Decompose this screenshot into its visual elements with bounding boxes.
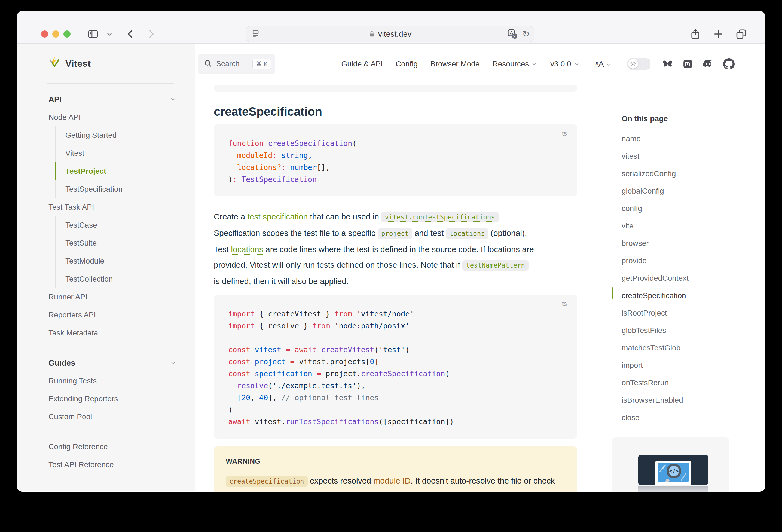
outline-link-globtestfiles[interactable]: globTestFiles (621, 322, 688, 339)
mastodon-icon[interactable] (682, 59, 693, 69)
reload-icon[interactable]: ↻ (522, 30, 530, 38)
translate-icon[interactable]: Ax (507, 29, 518, 39)
outline-link-browser[interactable]: browser (621, 235, 688, 252)
sidebar-item-reporters-api[interactable]: Reporters API (17, 306, 196, 324)
back-icon[interactable] (125, 29, 136, 39)
minimize-button[interactable] (52, 31, 59, 38)
search-shortcut: ⌘ K (252, 59, 271, 69)
site-logo[interactable]: Vitest (17, 43, 196, 83)
nav-resources[interactable]: Resources (493, 60, 538, 68)
outline-link-import[interactable]: import (621, 357, 688, 374)
code-line: ): TestSpecification (228, 173, 566, 185)
outline-link-close[interactable]: close (621, 409, 688, 426)
sidebar-toggle-icon[interactable] (87, 28, 99, 40)
inline-code: locations (446, 228, 489, 239)
sidebar-item-vitest[interactable]: Vitest (55, 144, 196, 162)
outline-list: namevitestserializedConfigglobalConfigco… (621, 130, 688, 426)
nav-config[interactable]: Config (396, 60, 418, 68)
social-links (662, 58, 735, 70)
sidebar-item-running-tests[interactable]: Running Tests (17, 372, 196, 390)
language-menu[interactable]: ẋA (596, 59, 611, 69)
lock-icon (368, 31, 376, 38)
sidebar: Vitest APINode APIGetting StartedVitestT… (17, 43, 196, 491)
github-icon[interactable] (723, 58, 735, 70)
outline-link-serializedconfig[interactable]: serializedConfig (621, 165, 688, 182)
sidebar-item-testspecification[interactable]: TestSpecification (55, 180, 196, 198)
code-lang-badge: ts (562, 300, 567, 308)
sponsor-card[interactable]: </> (612, 437, 729, 492)
zoom-button[interactable] (64, 31, 71, 38)
close-button[interactable] (41, 31, 48, 38)
sidebar-item-testcase[interactable]: TestCase (55, 216, 196, 234)
sidebar-item-testcollection[interactable]: TestCollection (55, 270, 196, 288)
previous-code-block-tail (214, 85, 577, 92)
outline-link-name[interactable]: name (621, 130, 688, 148)
code-line: const specification = project.createSpec… (228, 368, 566, 380)
discord-icon[interactable] (702, 59, 714, 69)
page-title: createSpecification (214, 105, 577, 118)
inline-code: createSpecification (226, 476, 308, 487)
warning-callout: WARNING createSpecification expects reso… (214, 446, 577, 492)
sidebar-item-guides[interactable]: Guides (17, 354, 196, 372)
sidebar-item-label: TestCase (65, 216, 97, 234)
forward-icon[interactable] (146, 29, 156, 39)
sidebar-item-testproject[interactable]: TestProject (55, 162, 196, 180)
outline-link-matchestestglob[interactable]: matchesTestGlob (621, 339, 688, 357)
sidebar-item-getting-started[interactable]: Getting Started (55, 126, 196, 144)
sidebar-item-label: Test API Reference (48, 456, 114, 474)
doc-link-test-specification[interactable]: test specification (247, 212, 308, 221)
sidebar-item-label: TestSpecification (65, 180, 122, 198)
sidebar-item-task-metadata[interactable]: Task Metadata (17, 324, 196, 342)
new-tab-icon[interactable] (712, 28, 724, 40)
chevron-down-icon (170, 96, 176, 103)
outline-title: On this page (621, 114, 668, 123)
doc-link-locations[interactable]: locations (231, 245, 263, 254)
share-icon[interactable] (689, 28, 701, 40)
doc-page: createSpecification ts function createSp… (196, 84, 765, 491)
search-button[interactable]: Search ⌘ K (198, 54, 275, 74)
sidebar-item-test-api-reference[interactable]: Test API Reference (17, 456, 196, 474)
outline-link-provide[interactable]: provide (621, 252, 688, 270)
address-bar[interactable]: vitest.dev Ax ↻ (246, 26, 534, 42)
sidebar-item-node-api[interactable]: Node API (17, 108, 196, 126)
nav-browser-mode[interactable]: Browser Mode (430, 60, 480, 68)
doc-code-link-vitest-runtestspecifications[interactable]: vitest.runTestSpecifications (381, 212, 499, 221)
outline-link-globalconfig[interactable]: globalConfig (621, 182, 688, 200)
code-line: const project = vitest.projects[0] (228, 356, 566, 368)
outline-link-config[interactable]: config (621, 200, 688, 217)
sidebar-item-label: Custom Pool (48, 408, 92, 426)
doc-code-link-testnamepattern[interactable]: testNamePattern (462, 260, 529, 269)
sidebar-item-label: Getting Started (65, 126, 116, 144)
site-title: Vitest (65, 58, 91, 69)
nav-guide-api[interactable]: Guide & API (342, 60, 383, 68)
outline-link-createspecification[interactable]: createSpecification (621, 287, 688, 305)
sidebar-item-test-task-api[interactable]: Test Task API (17, 198, 196, 216)
browser-window: vitest.dev Ax ↻ (17, 11, 765, 492)
description-paragraph: Create a test specification that can be … (214, 209, 595, 289)
outline-link-getprovidedcontext[interactable]: getProvidedContext (621, 270, 688, 287)
theme-toggle[interactable] (627, 58, 650, 70)
sidebar-item-testmodule[interactable]: TestModule (55, 252, 196, 270)
sidebar-item-label: Running Tests (48, 372, 97, 390)
outline-link-vitest[interactable]: vitest (621, 148, 688, 165)
sidebar-item-config-reference[interactable]: Config Reference (17, 438, 196, 456)
outline-link-isbrowserenabled[interactable]: isBrowserEnabled (621, 391, 688, 409)
sidebar-nav: APINode APIGetting StartedVitestTestProj… (17, 83, 196, 474)
nav-v3-0-0[interactable]: v3.0.0 (550, 60, 580, 68)
sidebar-item-custom-pool[interactable]: Custom Pool (17, 408, 196, 426)
code-line: ) (228, 404, 566, 416)
bluesky-icon[interactable] (662, 59, 673, 69)
sidebar-item-testsuite[interactable]: TestSuite (55, 234, 196, 252)
outline-link-ontestsrerun[interactable]: onTestsRerun (621, 374, 688, 391)
sidebar-item-api[interactable]: API (17, 91, 196, 108)
outline-link-isrootproject[interactable]: isRootProject (621, 305, 688, 322)
tabs-overview-icon[interactable] (735, 28, 747, 40)
chevron-down-icon[interactable] (106, 31, 113, 38)
search-icon (204, 59, 212, 69)
sidebar-item-label: TestProject (65, 162, 106, 180)
doc-link-module-id[interactable]: module ID (373, 476, 411, 485)
sidebar-item-extending-reporters[interactable]: Extending Reporters (17, 390, 196, 408)
outline-link-vite[interactable]: vite (621, 217, 688, 235)
sidebar-item-runner-api[interactable]: Runner API (17, 288, 196, 306)
sidebar-item-label: API (48, 91, 62, 108)
